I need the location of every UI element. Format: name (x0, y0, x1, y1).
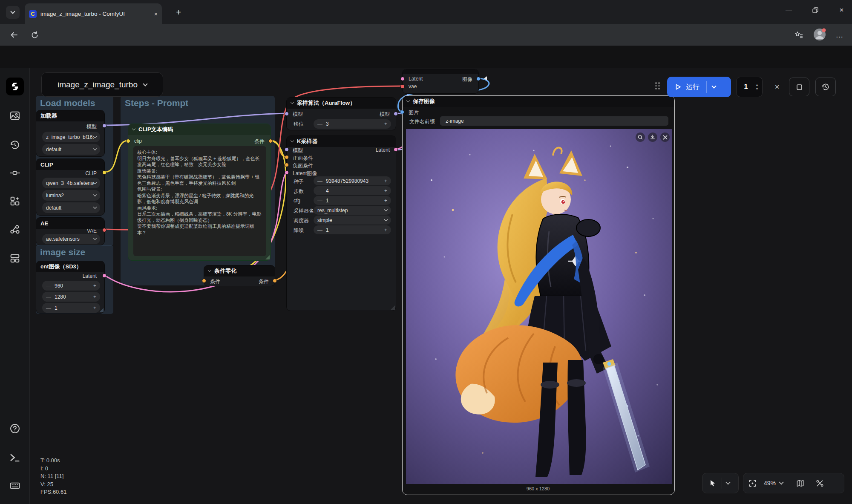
back-button[interactable] (7, 28, 21, 42)
minus-icon[interactable]: — (46, 294, 51, 300)
node-ksampler-title[interactable]: K采样器 (287, 136, 396, 147)
fit-view-button[interactable] (743, 479, 761, 487)
new-tab-button[interactable]: + (171, 5, 186, 20)
plus-icon[interactable]: + (384, 227, 387, 233)
minus-icon[interactable]: — (317, 227, 322, 233)
workflow-menu-button[interactable]: image_z_image_turbo (41, 72, 163, 97)
preview-close-button[interactable] (660, 132, 670, 142)
slot-negative-in-dot[interactable] (285, 163, 289, 167)
tab-search-button[interactable] (6, 6, 20, 19)
node-conditioning-zero-out[interactable]: 条件零化 条件 条件 (204, 265, 275, 286)
plus-icon[interactable]: + (93, 294, 96, 300)
connector-icon[interactable] (9, 167, 21, 179)
widget-height-stepper[interactable]: —1280+ (42, 292, 100, 302)
node-clip-text-encode-title[interactable]: CLIP文本编码 (128, 124, 271, 135)
widget-filename-prefix-input[interactable]: z-image (440, 116, 668, 126)
plus-icon[interactable]: + (93, 283, 96, 289)
stop-button[interactable] (789, 78, 809, 96)
slot-latent-out-dot[interactable] (394, 147, 398, 152)
node-clip-loader-title[interactable]: CLIP (36, 159, 104, 170)
slot-latent-in-dot[interactable] (400, 77, 405, 81)
prompt-textarea[interactable]: 核心主体: 明日方舟瑕光，兽耳少女（狐狸耳朵 + 蓬松狐尾），金色长发高马尾，红… (133, 146, 266, 256)
preview-download-button[interactable] (648, 132, 657, 142)
preview-image[interactable] (406, 129, 672, 484)
slot-cond-out-dot[interactable] (273, 279, 277, 283)
widget-clip-name[interactable]: qwen_3_4b.safetensors (42, 178, 100, 188)
slot-model-out-dot[interactable] (394, 112, 398, 116)
slot-latent-out-dot[interactable] (102, 274, 106, 278)
minus-icon[interactable]: — (317, 198, 322, 204)
plus-icon[interactable]: + (384, 178, 387, 184)
node-save-image-title[interactable]: 保存图像 (403, 96, 674, 107)
node-conditioning-zero-out-title[interactable]: 条件零化 (204, 265, 275, 276)
slot-model-out-dot[interactable] (102, 124, 106, 128)
resize-grip[interactable] (99, 308, 104, 312)
terminal-icon[interactable] (9, 452, 21, 464)
minus-icon[interactable]: — (46, 305, 51, 311)
widget-clip-type[interactable]: lumina2 (42, 190, 100, 201)
keyboard-icon[interactable] (9, 480, 21, 492)
widget-unet-name[interactable]: z_image_turbo_bf16.sa... (42, 132, 100, 142)
count-increment-icon[interactable]: ▲ (755, 83, 759, 87)
plus-icon[interactable]: + (384, 188, 387, 194)
plus-icon[interactable]: + (384, 121, 387, 127)
collapse-chevron-icon[interactable] (406, 99, 410, 102)
widget-cfg-stepper[interactable]: —1+ (314, 196, 391, 205)
pointer-options-chevron-icon[interactable] (725, 480, 730, 484)
collapse-chevron-icon[interactable] (132, 127, 135, 130)
widget-denoise-stepper[interactable]: —1+ (314, 225, 391, 234)
plus-icon[interactable]: + (384, 198, 387, 204)
slot-clip-out-dot[interactable] (102, 170, 106, 175)
minus-icon[interactable]: — (317, 121, 322, 127)
run-button[interactable]: 运行 (667, 77, 731, 97)
slot-vae-in-dot[interactable] (400, 84, 405, 89)
window-minimize-button[interactable]: — (779, 0, 799, 20)
node-vae-loader-title[interactable]: AE (36, 218, 104, 229)
node-clip-loader[interactable]: CLIP CLIP qwen_3_4b.safetensors lumina2 … (36, 158, 105, 216)
node-empty-latent-title[interactable]: ent图像（SD3） (36, 261, 104, 272)
toggle-links-button[interactable] (810, 479, 829, 487)
collapse-chevron-icon[interactable] (208, 268, 211, 272)
window-restore-button[interactable] (805, 0, 825, 20)
zoom-level-value[interactable]: 49% (764, 480, 776, 487)
widget-vae-name[interactable]: ae.safetensors (42, 234, 100, 244)
help-icon[interactable] (9, 423, 21, 435)
node-model-sampling-title[interactable]: 采样算法（AuraFlow） (287, 98, 396, 109)
history-icon[interactable] (9, 139, 21, 151)
count-decrement-icon[interactable]: ▼ (755, 87, 759, 91)
widget-shift-stepper[interactable]: —3+ (314, 119, 391, 129)
collapse-chevron-icon[interactable] (291, 139, 294, 142)
widget-seed-stepper[interactable]: —939487529980943+ (314, 176, 391, 185)
node-save-image[interactable]: 保存图像 图片 文件名前缀 z-image (402, 95, 675, 495)
refresh-button[interactable] (27, 28, 42, 42)
collapse-chevron-icon[interactable] (291, 101, 294, 104)
comfyui-logo[interactable] (6, 78, 24, 95)
workflow-graph-icon[interactable] (9, 224, 21, 236)
browser-tab[interactable]: C image_z_image_turbo - ComfyUI × (25, 3, 162, 24)
resize-grip[interactable] (391, 305, 395, 310)
node-vae-loader[interactable]: AE VAE ae.safetensors (36, 217, 105, 245)
widget-steps-stepper[interactable]: —4+ (314, 186, 391, 195)
node-clip-text-encode[interactable]: CLIP文本编码 clip 条件 核心主体: 明日方舟瑕光，兽耳少女（狐狸耳朵 … (128, 124, 271, 261)
zoom-chevron-icon[interactable] (779, 480, 783, 484)
widget-scheduler-combo[interactable]: simple (314, 216, 391, 225)
node-unet-loader-title[interactable]: 加载器 (36, 110, 104, 121)
node-empty-latent[interactable]: ent图像（SD3） Latent —960+ —1280+ —1+ (36, 261, 105, 314)
browser-menu-button[interactable]: … (832, 28, 847, 42)
run-panel-drag-handle[interactable] (655, 82, 660, 89)
slot-image-out-dot[interactable] (476, 77, 481, 81)
slot-latent-in-dot[interactable] (285, 170, 289, 175)
slot-cond-out-dot[interactable] (268, 139, 273, 143)
minus-icon[interactable]: — (317, 178, 322, 184)
preview-zoom-button[interactable] (636, 132, 645, 142)
batch-count-stepper[interactable]: 1 ▲ ▼ (736, 77, 763, 97)
node-vae-decode-title[interactable] (403, 69, 478, 74)
widget-weight-dtype[interactable]: default (42, 144, 100, 155)
collections-button[interactable] (792, 28, 806, 42)
node-vae-decode[interactable]: Latent vae 图像 (402, 69, 479, 94)
run-options-chevron-icon[interactable] (711, 84, 716, 88)
slot-positive-in-dot[interactable] (285, 155, 289, 159)
node-unet-loader[interactable]: 加载器 模型 z_image_turbo_bf16.sa... default (36, 110, 105, 157)
widget-width-stepper[interactable]: —960+ (42, 281, 100, 291)
tab-close-icon[interactable]: × (154, 11, 158, 17)
